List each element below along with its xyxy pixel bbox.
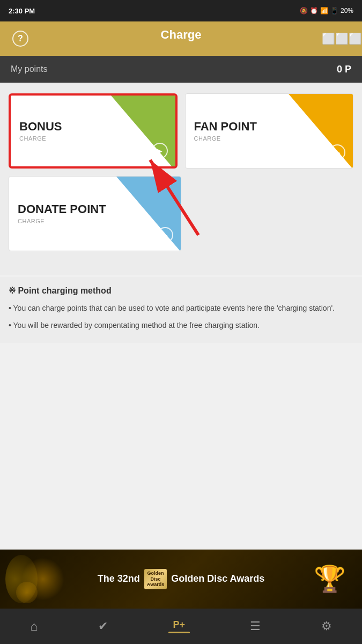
notification-icon: 🔕 bbox=[300, 7, 308, 14]
nav-settings[interactable]: ⚙ bbox=[313, 615, 341, 638]
check-icon: ✔ bbox=[98, 619, 108, 633]
wifi-icon: 📶 bbox=[320, 7, 328, 14]
nav-list[interactable]: ☰ bbox=[241, 615, 269, 638]
fanpoint-card[interactable]: FAN POINT CHARGE ▶ bbox=[185, 93, 354, 169]
info-text-1: • You can charge points that can be used… bbox=[9, 302, 353, 315]
golden-disc-badge: Golden Disc Awards bbox=[144, 569, 167, 589]
donate-card-row: DONATE POINT CHARGE ▶ bbox=[9, 176, 353, 251]
cards-grid: BONUS CHARGE ▶ FAN POINT CHARGE ▶ bbox=[9, 93, 353, 169]
banner-text-area: The 32nd Golden Disc Awards Golden Disc … bbox=[98, 569, 264, 589]
page-title: Charge bbox=[161, 28, 202, 42]
battery-text: 20% bbox=[341, 7, 353, 14]
chat-button[interactable]: ⬜⬜⬜ bbox=[332, 29, 351, 48]
signal-icon: 📱 bbox=[330, 7, 338, 14]
status-bar: 2:30 PM 🔕 ⏰ 📶 📱 20% bbox=[0, 0, 362, 21]
banner-suffix: Golden Disc Awards bbox=[171, 573, 264, 584]
banner-prefix: The 32nd bbox=[98, 573, 140, 584]
golden-disc-banner[interactable]: The 32nd Golden Disc Awards Golden Disc … bbox=[0, 550, 362, 609]
bonus-arrow-icon: ▶ bbox=[152, 143, 168, 159]
bonus-card-text: BONUS CHARGE bbox=[11, 96, 117, 166]
bottom-nav: ⌂ ✔ P+ ☰ ⚙ bbox=[0, 609, 362, 644]
banner-main-text: The 32nd Golden Disc Awards Golden Disc … bbox=[98, 569, 264, 589]
trophy-icon: 🏆 bbox=[314, 564, 346, 594]
nav-points[interactable]: P+ bbox=[160, 615, 198, 638]
donatepoint-card-text: DONATE POINT CHARGE bbox=[9, 177, 121, 251]
fanpoint-arrow-icon: ▶ bbox=[329, 144, 345, 160]
fanpoint-card-subtitle: CHARGE bbox=[194, 135, 286, 142]
bonus-card[interactable]: BONUS CHARGE ▶ bbox=[9, 93, 178, 169]
bonus-triangle bbox=[111, 96, 175, 169]
fanpoint-card-title: FAN POINT bbox=[194, 120, 286, 133]
info-text-2: • You will be rewarded by compentating m… bbox=[9, 319, 353, 332]
home-icon: ⌂ bbox=[30, 619, 38, 634]
points-bar: My points 0 P bbox=[0, 56, 362, 83]
donatepoint-card[interactable]: DONATE POINT CHARGE ▶ bbox=[9, 176, 181, 251]
points-icon: P+ bbox=[173, 619, 185, 631]
nav-home[interactable]: ⌂ bbox=[21, 614, 47, 638]
status-time: 2:30 PM bbox=[9, 7, 35, 15]
info-section: ※ Point charging method • You can charge… bbox=[0, 277, 362, 343]
info-title: ※ Point charging method bbox=[9, 286, 353, 296]
bonus-card-subtitle: CHARGE bbox=[19, 135, 109, 142]
points-label: My points bbox=[11, 64, 47, 74]
fanpoint-card-text: FAN POINT CHARGE bbox=[186, 94, 294, 168]
donatepoint-card-subtitle: CHARGE bbox=[18, 218, 112, 224]
nav-check[interactable]: ✔ bbox=[90, 615, 116, 638]
main-content: BONUS CHARGE ▶ FAN POINT CHARGE ▶ DONATE… bbox=[0, 83, 362, 275]
donate-arrow-icon: ▶ bbox=[157, 227, 173, 243]
status-icons: 🔕 ⏰ 📶 📱 20% bbox=[300, 7, 353, 14]
alarm-icon: ⏰ bbox=[310, 7, 318, 14]
help-button[interactable]: ? bbox=[11, 29, 30, 48]
help-icon: ? bbox=[12, 31, 28, 47]
header: ? Charge ⬜⬜⬜ bbox=[0, 21, 362, 56]
donatepoint-card-title: DONATE POINT bbox=[18, 203, 112, 216]
settings-icon: ⚙ bbox=[321, 619, 332, 633]
active-indicator bbox=[168, 632, 190, 633]
bonus-card-title: BONUS bbox=[19, 120, 109, 133]
list-icon: ☰ bbox=[250, 619, 261, 633]
points-value: 0 P bbox=[337, 64, 351, 75]
chat-icon: ⬜⬜⬜ bbox=[322, 32, 362, 45]
